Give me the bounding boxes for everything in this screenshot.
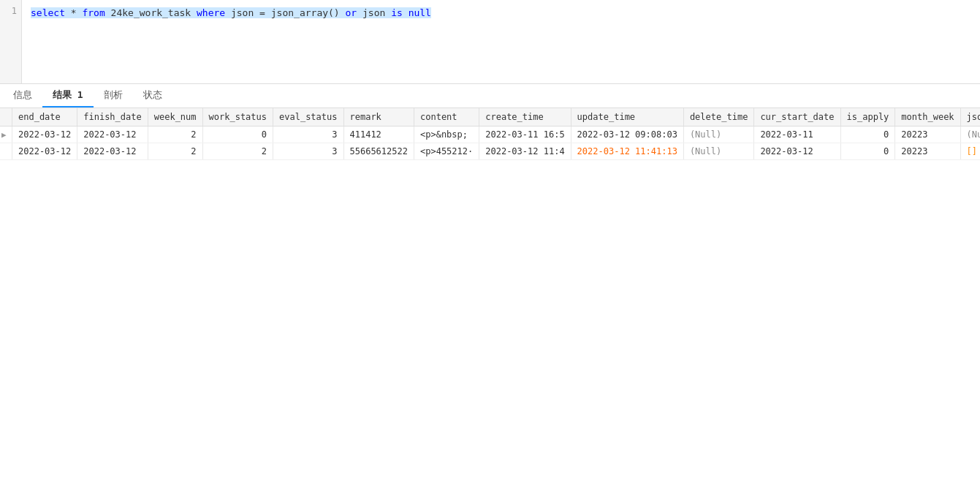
table-cell: <p>&nbsp; — [414, 126, 479, 143]
col-header-create-time: create_time — [479, 108, 571, 126]
table-cell: 2022-03-12 — [77, 143, 148, 160]
col-header-json: json — [960, 108, 980, 126]
col-header-remark: remark — [343, 108, 414, 126]
table-row[interactable]: 2022-03-122022-03-1222355665612522<p>455… — [0, 143, 980, 160]
table-header-row: end_date finish_date week_num work_statu… — [0, 108, 980, 126]
tab-info[interactable]: 信息 — [3, 84, 42, 107]
table-cell: 2022-03-12 11:4 — [479, 143, 571, 160]
table-cell: 411412 — [343, 126, 414, 143]
tab-status[interactable]: 状态 — [133, 84, 172, 107]
table-cell: 2022-03-12 09:08:03 — [571, 126, 683, 143]
table-row[interactable]: ▶2022-03-122022-03-12203411412<p>&nbsp;2… — [0, 126, 980, 143]
sql-editor: 1 select * from 24ke_work_task where jso… — [0, 0, 980, 84]
sql-keyword-from: from — [82, 7, 105, 18]
table-cell: (Null) — [683, 143, 753, 160]
table-cell: 0 — [840, 126, 895, 143]
sql-content[interactable]: select * from 24ke_work_task where json … — [22, 0, 980, 83]
col-header-month-week: month_week — [895, 108, 960, 126]
table-cell: 3 — [273, 143, 343, 160]
table-cell: 2022-03-12 11:41:13 — [571, 143, 683, 160]
sql-keyword-or: or — [346, 7, 357, 18]
col-header-work-status: work_status — [202, 108, 273, 126]
sql-keyword-select: select — [31, 7, 65, 18]
table-cell: [] — [960, 143, 980, 160]
table-cell: 0 — [202, 126, 273, 143]
table-cell: 2022-03-11 — [754, 126, 840, 143]
tabs-bar: 信息 结果 1 剖析 状态 — [0, 84, 980, 108]
col-header-is-apply: is_apply — [840, 108, 895, 126]
table-cell: 20223 — [895, 143, 960, 160]
table-cell: 55665612522 — [343, 143, 414, 160]
table-cell: 2022-03-12 — [77, 126, 148, 143]
col-header-cur-start-date: cur_start_date — [754, 108, 840, 126]
table-cell: 3 — [273, 126, 343, 143]
table-cell: ▶ — [0, 126, 12, 143]
col-header-update-time: update_time — [571, 108, 683, 126]
col-header-end-date: end_date — [12, 108, 77, 126]
sql-keyword-is: is — [391, 7, 403, 18]
tab-result1[interactable]: 结果 1 — [42, 84, 94, 107]
table-cell: (Null) — [960, 126, 980, 143]
table-cell: 2022-03-12 — [12, 126, 77, 143]
line-numbers: 1 — [0, 0, 22, 83]
col-header-eval-status: eval_status — [273, 108, 343, 126]
sql-plain-json-eq: json = — [231, 7, 265, 18]
table-cell: 2022-03-11 16:5 — [479, 126, 571, 143]
line-number-1: 1 — [4, 6, 17, 16]
sql-plain-star: * — [71, 7, 83, 18]
table-cell: 2 — [202, 143, 273, 160]
sql-table-name: 24ke_work_task — [111, 7, 197, 18]
table-cell — [0, 143, 12, 160]
table-cell: 2022-03-12 — [12, 143, 77, 160]
col-header-finish-date: finish_date — [77, 108, 148, 126]
table-cell: (Null) — [683, 126, 753, 143]
sql-function-json-array: json_array() — [271, 7, 340, 18]
table-cell: <p>455212· — [414, 143, 479, 160]
sql-plain-json: json — [362, 7, 391, 18]
col-header-week-num: week_num — [148, 108, 202, 126]
col-header-delete-time: delete_time — [683, 108, 753, 126]
results-container[interactable]: end_date finish_date week_num work_statu… — [0, 108, 980, 495]
table-cell: 0 — [840, 143, 895, 160]
results-table: end_date finish_date week_num work_statu… — [0, 108, 980, 160]
sql-keyword-where: where — [197, 7, 225, 18]
main-layout: 1 select * from 24ke_work_task where jso… — [0, 0, 980, 495]
tab-profile[interactable]: 剖析 — [94, 84, 133, 107]
table-cell: 20223 — [895, 126, 960, 143]
table-cell: 2 — [148, 126, 202, 143]
col-header-content: content — [414, 108, 479, 126]
col-header-marker — [0, 108, 12, 126]
sql-keyword-null: null — [409, 7, 431, 18]
table-cell: 2 — [148, 143, 202, 160]
table-cell: 2022-03-12 — [754, 143, 840, 160]
